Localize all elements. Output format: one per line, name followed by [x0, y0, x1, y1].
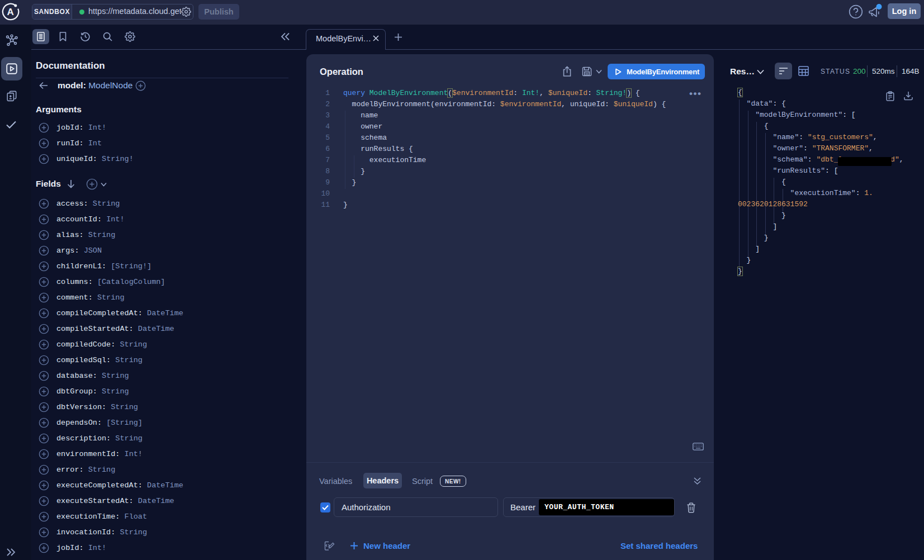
svg-text:A: A [7, 7, 13, 17]
